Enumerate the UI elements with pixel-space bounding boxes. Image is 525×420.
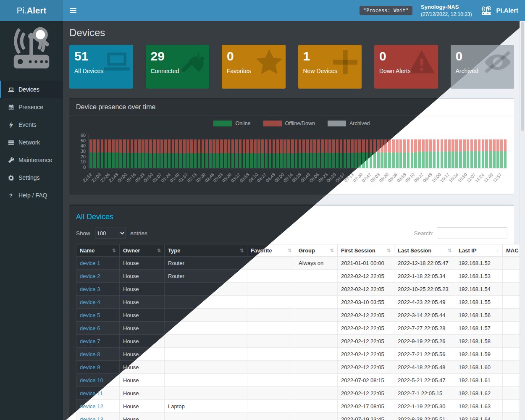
cell-type xyxy=(165,413,247,420)
y-tick: 30 xyxy=(76,149,86,154)
device-link[interactable]: device 8 xyxy=(80,351,100,357)
card-new-devices[interactable]: 1 New Devices xyxy=(298,45,362,89)
table-row: device 12HouseLaptop2022-02-17 08:052022… xyxy=(76,400,525,413)
device-link[interactable]: device 4 xyxy=(80,299,100,305)
chart-bar xyxy=(340,139,343,168)
sidebar-item-presence[interactable]: Presence xyxy=(0,98,63,116)
device-link[interactable]: device 10 xyxy=(80,377,103,383)
sidebar-item-devices[interactable]: Devices xyxy=(0,81,63,98)
card-favorites[interactable]: 0 Favorites xyxy=(222,45,286,89)
chart-bar xyxy=(186,139,189,168)
page-scrollbar[interactable] xyxy=(520,21,525,420)
chart-bar xyxy=(243,139,246,168)
chart-bar xyxy=(138,139,141,168)
chart-bar xyxy=(396,139,399,168)
cell-first-session: 2022-02-17 08:05 xyxy=(338,400,394,413)
sort-icon: ⇅ xyxy=(330,248,334,253)
sidebar-item-network[interactable]: Network xyxy=(0,134,63,151)
column-header-last-ip[interactable]: Last IP↓ xyxy=(455,244,503,257)
device-link[interactable]: device 6 xyxy=(80,325,100,331)
card-connected[interactable]: 29 Connected xyxy=(146,45,210,89)
cell-first-session: 2022-07-02 08:15 xyxy=(338,374,394,387)
chart-bar xyxy=(441,139,444,168)
column-header-owner[interactable]: Owner⇅ xyxy=(120,244,165,257)
chart-bar xyxy=(209,139,212,168)
cell-owner: House xyxy=(120,283,165,296)
legend-label: Online xyxy=(235,121,250,126)
sidebar-item-maintenance[interactable]: Maintenance xyxy=(0,151,63,169)
device-link[interactable]: device 3 xyxy=(80,286,100,292)
cell-group xyxy=(295,374,338,387)
cell-owner: House xyxy=(120,257,165,270)
chart-bar xyxy=(493,139,496,168)
column-header-type[interactable]: Type⇅ xyxy=(165,244,247,257)
cell-first-session: 2021-01-01 00:00 xyxy=(338,257,394,270)
legend-swatch-online xyxy=(213,121,232,126)
entries-select[interactable]: 100 xyxy=(95,228,126,239)
device-link[interactable]: device 9 xyxy=(80,364,100,370)
device-link[interactable]: device 7 xyxy=(80,338,100,344)
sort-icon: ⇅ xyxy=(112,248,116,253)
chart-bar xyxy=(112,139,115,168)
device-link[interactable]: device 2 xyxy=(80,273,100,279)
cell-name: device 4 xyxy=(76,296,120,309)
chart-bar xyxy=(261,139,264,168)
cell-last-session: 2022-7-27 22:05.28 xyxy=(394,322,455,335)
chart-bar xyxy=(254,139,257,168)
column-header-group[interactable]: Group⇅ xyxy=(295,244,338,257)
chart-bar xyxy=(351,139,354,168)
chart-bar xyxy=(418,139,421,168)
chart-bar xyxy=(459,139,462,168)
cell-last-ip: 192.168.1.64 xyxy=(455,413,503,420)
card-down-alerts[interactable]: 0 Down Alerts xyxy=(374,45,438,89)
column-header-first-session[interactable]: First Session⇅ xyxy=(338,244,394,257)
cell-group xyxy=(295,387,338,400)
device-link[interactable]: device 5 xyxy=(80,312,100,318)
cell-last-ip: 192.168.1.62 xyxy=(455,387,503,400)
sidebar-item-settings[interactable]: Settings xyxy=(0,169,63,186)
cell-owner: House xyxy=(120,296,165,309)
network-icon xyxy=(8,139,14,146)
chart-bar xyxy=(134,139,137,168)
chart-bar xyxy=(153,139,156,168)
sidebar-item-label: Events xyxy=(18,121,37,128)
legend-offline-down[interactable]: Offline/Down xyxy=(263,121,315,126)
chart-bar xyxy=(216,139,219,168)
cell-last-ip: 192.168.1.58 xyxy=(455,335,503,348)
legend-archived[interactable]: Archived xyxy=(328,121,370,126)
cell-type xyxy=(165,348,247,361)
chart-bar xyxy=(452,139,454,168)
cell-first-session: 2022-02-12 22:05 xyxy=(338,335,394,348)
chart-bar xyxy=(179,139,182,168)
column-label: Type xyxy=(168,247,180,254)
cell-group xyxy=(295,322,338,335)
device-link[interactable]: device 13 xyxy=(80,416,103,420)
show-label: Show xyxy=(76,230,90,236)
cell-favorite xyxy=(247,309,295,322)
top-navbar: Pi.Alert "Process: Wait" Synology-NAS (2… xyxy=(0,0,525,21)
chart-bar xyxy=(291,139,294,168)
sidebar-item-label: Maintenance xyxy=(18,157,52,163)
cell-owner: House xyxy=(120,322,165,335)
legend-label: Offline/Down xyxy=(285,121,315,126)
sort-icon: ⇅ xyxy=(157,248,161,253)
navbar-app-title: Pi.Alert xyxy=(496,7,518,14)
sidebar-item-events[interactable]: Events xyxy=(0,116,63,134)
chart-bar xyxy=(414,139,417,168)
sort-icon: ⇅ xyxy=(387,248,391,253)
chart-bar xyxy=(101,139,104,168)
card-all-devices[interactable]: 51 All Devices xyxy=(69,45,133,89)
column-header-last-session[interactable]: Last Session⇅ xyxy=(394,244,455,257)
cell-first-session: 2022-02-12 22:05 xyxy=(338,270,394,283)
scrollbar-thumb[interactable] xyxy=(521,22,524,131)
device-link[interactable]: device 1 xyxy=(80,260,100,266)
sidebar-item-help[interactable]: ? Help / FAQ xyxy=(0,186,63,204)
cell-owner: House xyxy=(120,309,165,322)
search-input[interactable] xyxy=(437,227,507,239)
column-label: Name xyxy=(80,247,94,254)
chart-bar xyxy=(444,139,447,168)
sidebar-toggle-icon[interactable] xyxy=(63,0,83,21)
app-logo[interactable]: Pi.Alert xyxy=(0,0,63,21)
legend-online[interactable]: Online xyxy=(213,121,250,126)
column-header-name[interactable]: Name⇅ xyxy=(76,244,120,257)
